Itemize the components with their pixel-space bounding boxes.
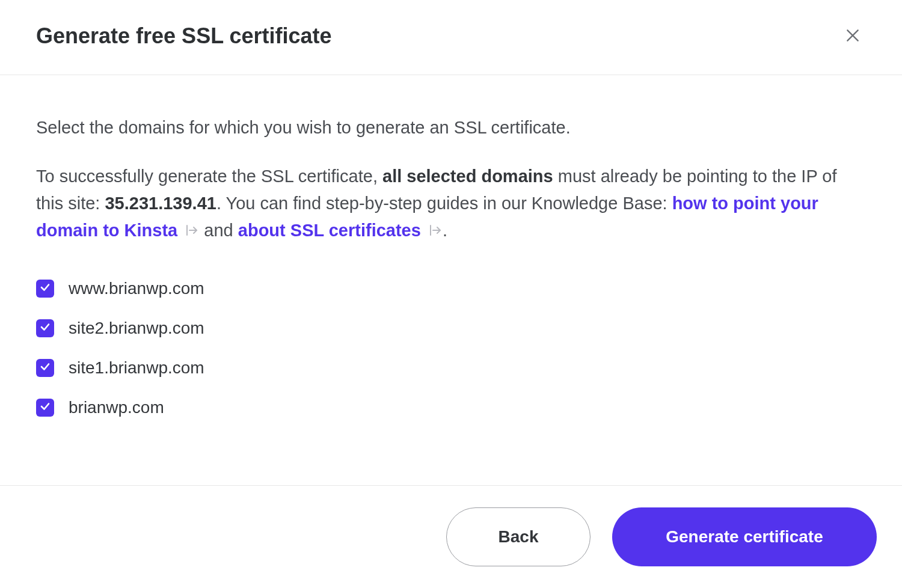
domain-row[interactable]: www.brianwp.com: [36, 279, 866, 298]
close-icon: [845, 28, 861, 45]
ssl-modal: Generate free SSL certificate Select the…: [0, 0, 902, 588]
domain-list: www.brianwp.com site2.brianwp.com site1.…: [36, 279, 866, 417]
domain-label: brianwp.com: [69, 398, 164, 417]
help-bold: all selected domains: [382, 167, 553, 186]
help-text: To successfully generate the SSL certifi…: [36, 163, 866, 244]
modal-body: Select the domains for which you wish to…: [0, 75, 902, 485]
help-segment: To successfully generate the SSL certifi…: [36, 167, 382, 186]
domain-label: site1.brianwp.com: [69, 358, 204, 378]
kb-link-ssl[interactable]: about SSL certificates: [238, 221, 421, 240]
check-icon: [40, 401, 51, 414]
modal-title: Generate free SSL certificate: [36, 23, 332, 49]
domain-row[interactable]: site2.brianwp.com: [36, 319, 866, 338]
domain-row[interactable]: site1.brianwp.com: [36, 358, 866, 378]
help-segment: and: [199, 221, 238, 240]
ip-address: 35.231.139.41: [105, 194, 216, 213]
domain-checkbox[interactable]: [36, 359, 54, 377]
domain-label: site2.brianwp.com: [69, 319, 204, 338]
domain-row[interactable]: brianwp.com: [36, 398, 866, 417]
check-icon: [40, 322, 51, 335]
check-icon: [40, 282, 51, 295]
help-segment: .: [443, 221, 447, 240]
close-button[interactable]: [839, 23, 866, 49]
external-link-icon: [183, 223, 198, 237]
domain-checkbox[interactable]: [36, 399, 54, 417]
check-icon: [40, 361, 51, 375]
domain-checkbox[interactable]: [36, 319, 54, 337]
domain-checkbox[interactable]: [36, 280, 54, 298]
help-segment: . You can find step-by-step guides in ou…: [216, 194, 672, 213]
external-link-icon: [427, 223, 441, 237]
intro-text: Select the domains for which you wish to…: [36, 114, 866, 141]
domain-label: www.brianwp.com: [69, 279, 204, 298]
modal-footer: Back Generate certificate: [0, 485, 902, 588]
back-button[interactable]: Back: [446, 507, 591, 566]
modal-header: Generate free SSL certificate: [0, 0, 902, 75]
generate-certificate-button[interactable]: Generate certificate: [612, 507, 877, 566]
